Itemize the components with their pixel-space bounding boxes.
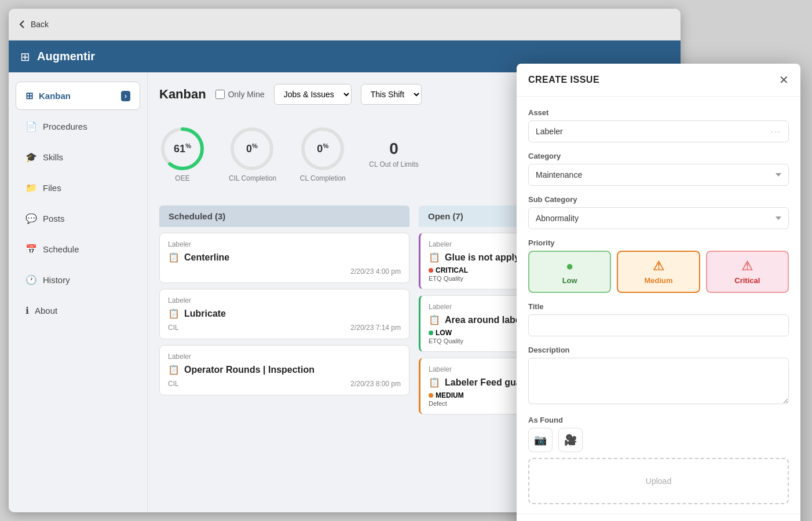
description-textarea[interactable] — [528, 358, 789, 404]
only-mine-label: Only Mine — [228, 90, 265, 99]
title-group: Title — [528, 302, 789, 336]
sidebar-item-files-label: Files — [43, 183, 61, 193]
category-select[interactable]: Maintenance Quality Safety Defect — [528, 164, 789, 186]
video-button[interactable]: 🎥 — [558, 428, 583, 452]
card-label: Labeler — [168, 353, 401, 361]
medium-badge: MEDIUM — [429, 391, 464, 399]
task-icon: 📋 — [429, 377, 440, 388]
subcategory-select[interactable]: Abnormality Defect Other — [528, 207, 789, 229]
sidebar-item-history[interactable]: 🕐 History — [16, 266, 140, 294]
medium-priority-label: Medium — [644, 276, 672, 285]
as-found-group: As Found 📷 🎥 Upload — [528, 416, 789, 504]
cil-completion-value: 0% — [246, 142, 258, 155]
sidebar-item-procedures-label: Procedures — [43, 122, 87, 131]
sidebar-item-posts-label: Posts — [43, 214, 65, 223]
badge-label: MEDIUM — [436, 391, 464, 399]
task-icon: 📋 — [429, 314, 440, 325]
table-row[interactable]: Labeler 📋 Operator Rounds | Inspection C… — [159, 345, 409, 395]
back-button[interactable]: Back — [18, 20, 49, 29]
title-input[interactable] — [528, 314, 789, 336]
card-label: Labeler — [168, 240, 401, 248]
category-label: Category — [528, 152, 789, 160]
priority-low-button[interactable]: ● Low — [528, 251, 611, 293]
cl-out-label: CL Out of Limits — [369, 160, 419, 168]
modal-header: CREATE ISSUE ✕ — [517, 64, 800, 97]
subcategory-label: Sub Category — [528, 195, 789, 204]
sidebar-item-about[interactable]: ℹ About — [16, 296, 140, 325]
badge-label: LOW — [436, 329, 452, 337]
asset-label: Asset — [528, 108, 789, 117]
kanban-arrow: › — [121, 91, 130, 101]
oee-stat: 61% OEE — [159, 126, 206, 182]
sidebar-item-files[interactable]: 📁 Files — [16, 174, 140, 202]
sidebar-item-kanban-label: Kanban — [39, 91, 71, 101]
card-date: 2/20/23 8:00 pm — [350, 380, 401, 388]
card-type: CIL — [168, 380, 179, 388]
table-row[interactable]: Labeler 📋 Lubricate CIL 2/20/23 7:14 pm — [159, 289, 409, 339]
sidebar-item-schedule-label: Schedule — [43, 244, 79, 254]
create-issue-modal: CREATE ISSUE ✕ Asset Labeler ··· Categor… — [517, 64, 800, 521]
card-type: CIL — [168, 324, 179, 332]
card-meta: CIL 2/20/23 7:14 pm — [168, 324, 401, 332]
upload-area[interactable]: Upload — [528, 458, 789, 504]
only-mine-checkbox[interactable]: Only Mine — [215, 90, 265, 99]
priority-medium-button[interactable]: ⚠ Medium — [617, 251, 700, 293]
critical-priority-icon: ⚠ — [712, 259, 783, 274]
skills-icon: 🎓 — [25, 152, 37, 163]
card-title: 📋 Operator Rounds | Inspection — [168, 364, 401, 375]
card-date: 2/20/23 4:00 pm — [350, 267, 401, 276]
modal-close-button[interactable]: ✕ — [779, 73, 789, 87]
oee-circle: 61% — [159, 126, 206, 172]
procedures-icon: 📄 — [25, 121, 37, 132]
history-icon: 🕐 — [25, 274, 37, 285]
card-title: 📋 Lubricate — [168, 308, 401, 319]
medium-priority-icon: ⚠ — [623, 259, 694, 274]
app-title: Augmentir — [37, 50, 95, 63]
title-label: Title — [528, 302, 789, 311]
sidebar-item-about-label: About — [35, 306, 57, 315]
sidebar: ⊞ Kanban › 📄 Procedures 🎓 Skills 📁 Files… — [9, 72, 148, 512]
cl-out-stat: 0 CL Out of Limits — [369, 140, 419, 168]
sidebar-item-schedule[interactable]: 📅 Schedule — [16, 235, 140, 263]
back-label: Back — [31, 20, 49, 29]
sidebar-item-kanban[interactable]: ⊞ Kanban › — [16, 82, 140, 110]
kanban-title: Kanban — [159, 87, 206, 102]
title-bar: Back — [9, 9, 681, 41]
only-mine-input[interactable] — [215, 90, 225, 99]
priority-critical-button[interactable]: ⚠ Critical — [706, 251, 789, 293]
modal-body: Asset Labeler ··· Category Maintenance Q… — [517, 97, 800, 513]
medium-dot — [429, 393, 433, 398]
video-icon: 🎥 — [564, 434, 577, 446]
card-title: 📋 Centerline — [168, 252, 401, 263]
posts-icon: 💬 — [25, 213, 37, 224]
asset-group: Asset Labeler ··· — [528, 108, 789, 142]
card-label: Labeler — [168, 296, 401, 304]
card-meta: 2/20/23 4:00 pm — [168, 267, 401, 276]
badge-label: CRITICAL — [436, 266, 468, 274]
sidebar-item-skills[interactable]: 🎓 Skills — [16, 143, 140, 171]
app-icon: ⊞ — [20, 50, 30, 64]
task-icon: 📋 — [168, 308, 180, 319]
table-row[interactable]: Labeler 📋 Centerline 2/20/23 4:00 pm — [159, 233, 409, 283]
jobs-filter-select[interactable]: Jobs & Issues — [274, 84, 352, 105]
sidebar-item-posts[interactable]: 💬 Posts — [16, 204, 140, 233]
sidebar-item-procedures[interactable]: 📄 Procedures — [16, 112, 140, 141]
camera-button[interactable]: 📷 — [528, 428, 553, 452]
as-found-buttons: 📷 🎥 — [528, 428, 789, 452]
cil-completion-label: CIL Completion — [229, 174, 276, 182]
priority-buttons: ● Low ⚠ Medium ⚠ Critical — [528, 251, 789, 293]
asset-field[interactable]: Labeler ··· — [528, 120, 789, 142]
critical-dot — [429, 268, 433, 273]
about-icon: ℹ — [25, 305, 29, 316]
low-priority-icon: ● — [534, 259, 605, 274]
cil-circle: 0% — [229, 126, 275, 172]
kanban-icon: ⊞ — [25, 90, 33, 101]
category-group: Category Maintenance Quality Safety Defe… — [528, 152, 789, 186]
description-label: Description — [528, 346, 789, 354]
low-priority-label: Low — [562, 276, 577, 285]
cl-circle: 0% — [299, 126, 346, 172]
upload-label: Upload — [646, 476, 671, 486]
sidebar-item-skills-label: Skills — [43, 152, 63, 162]
description-group: Description — [528, 346, 789, 406]
shift-filter-select[interactable]: This Shift — [361, 84, 422, 105]
